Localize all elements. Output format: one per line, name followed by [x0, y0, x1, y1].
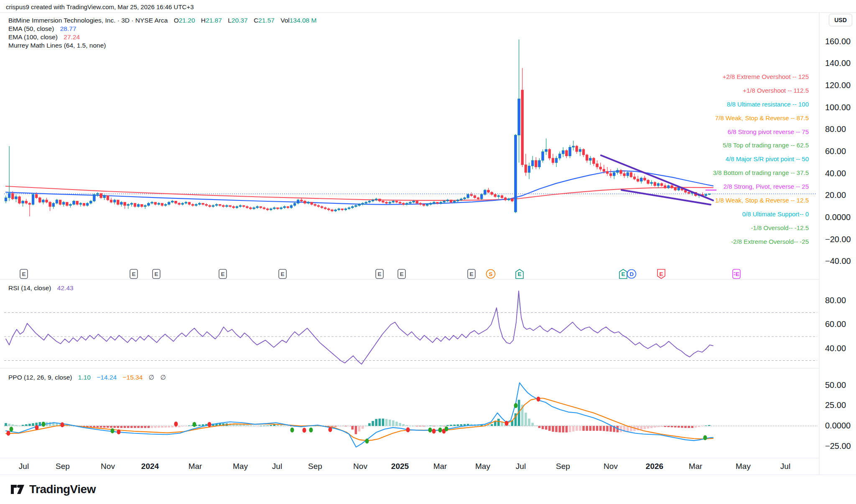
- ppo-cross-dot: [428, 428, 432, 433]
- symbol-title: BitMine Immersion Technologies, Inc. · 3…: [8, 17, 168, 24]
- svg-text:E: E: [736, 271, 739, 277]
- ppo-signal-value: −15.34: [122, 374, 143, 381]
- open-value: 21.20: [179, 17, 195, 24]
- ppo-cross-dot: [174, 422, 178, 427]
- symbol-legend-row[interactable]: BitMine Immersion Technologies, Inc. · 3…: [8, 17, 316, 24]
- tradingview-logo-text: TradingView: [29, 483, 96, 496]
- ema100-legend-row[interactable]: EMA (100, close) 27.24: [8, 33, 80, 41]
- event-badge-earnings-beat[interactable]: E: [619, 269, 627, 279]
- svg-text:E: E: [400, 271, 403, 277]
- open-label: O: [174, 17, 179, 24]
- svg-text:S: S: [489, 271, 492, 277]
- ppo-cross-dot: [303, 428, 306, 433]
- svg-text:E: E: [154, 271, 158, 277]
- volume-value: 134.08 M: [290, 17, 317, 24]
- svg-text:E: E: [469, 271, 473, 277]
- ppo-cross-dot: [329, 427, 332, 432]
- ema50-legend-row[interactable]: EMA (50, close) 28.77: [8, 25, 76, 33]
- svg-text:D: D: [629, 271, 634, 277]
- ppo-cross-dot: [193, 422, 196, 427]
- ppo-cross-dot: [208, 422, 211, 427]
- ppo-cross-dot: [35, 425, 39, 430]
- event-badge-earnings-miss[interactable]: E: [657, 269, 665, 279]
- event-badge-earnings[interactable]: E: [468, 269, 475, 279]
- svg-text:E: E: [517, 271, 521, 277]
- rsi-line: [6, 291, 713, 364]
- ppo-cross-dot: [117, 429, 121, 434]
- svg-text:E: E: [377, 271, 381, 277]
- event-badge-earnings[interactable]: E: [20, 269, 28, 279]
- ppo-signal-line: [6, 398, 713, 441]
- low-label: L: [228, 17, 232, 24]
- rsi-value: 42.43: [57, 284, 74, 291]
- ema100-label: EMA (100, close): [8, 33, 58, 41]
- rsi-label: RSI (14, close): [8, 284, 51, 291]
- event-badge-earnings-beat[interactable]: E: [516, 269, 523, 279]
- event-badge-earnings[interactable]: E: [376, 269, 383, 279]
- ema100-value: 27.24: [64, 33, 80, 41]
- event-badge-earnings[interactable]: E: [398, 269, 405, 279]
- ppo-empty-icon-2: ∅: [160, 374, 166, 381]
- murrey-label: Murrey Math Lines (64, 1.5, none): [8, 42, 106, 49]
- trend-line[interactable]: [601, 155, 713, 200]
- event-badge-earnings[interactable]: E: [219, 269, 227, 279]
- ppo-cross-dot: [505, 421, 509, 426]
- event-badge-dividend[interactable]: D: [627, 270, 636, 279]
- event-badge-split[interactable]: S: [487, 270, 495, 279]
- ppo-cross-dot: [309, 428, 313, 433]
- rsi-legend-row[interactable]: RSI (14, close) 42.43: [8, 284, 74, 292]
- ppo-cross-dot: [438, 428, 442, 433]
- ema100-line: [6, 186, 713, 200]
- tradingview-logo-icon: [10, 483, 25, 496]
- ppo-legend-row[interactable]: PPO (12, 26, 9, close) 1.10 −14.24 −15.3…: [8, 374, 166, 381]
- currency-button[interactable]: USD: [829, 14, 852, 26]
- ppo-line-value: −14.24: [97, 374, 117, 381]
- high-value: 21.87: [206, 17, 222, 24]
- svg-text:E: E: [221, 271, 224, 277]
- event-badge-earnings-estimate[interactable]: E: [733, 269, 740, 279]
- close-value: 21.57: [258, 17, 275, 24]
- ppo-cross-dot: [703, 435, 707, 440]
- volume-label: Vol: [280, 17, 290, 24]
- murrey-legend-row[interactable]: Murrey Math Lines (64, 1.5, none): [8, 42, 106, 49]
- ppo-cross-dot: [365, 438, 369, 443]
- ppo-hist-value: 1.10: [78, 374, 91, 381]
- ppo-line: [6, 383, 713, 447]
- svg-text:E: E: [132, 271, 135, 277]
- trend-line[interactable]: [622, 190, 711, 205]
- low-value: 20.37: [232, 17, 248, 24]
- tradingview-chart-page: crispus9 created with TradingView.com, M…: [0, 0, 856, 504]
- tradingview-logo[interactable]: TradingView: [10, 483, 96, 496]
- ppo-cross-dot: [445, 426, 448, 431]
- chart-canvas[interactable]: EEEEEEEESEEDEE: [0, 0, 856, 504]
- ppo-cross-dot: [406, 427, 410, 432]
- ema50-label: EMA (50, close): [8, 25, 54, 32]
- ppo-cross-dot: [7, 431, 10, 436]
- close-label: C: [254, 17, 258, 24]
- ppo-cross-dot: [10, 427, 13, 432]
- svg-text:E: E: [621, 271, 625, 277]
- event-badge-earnings[interactable]: E: [153, 269, 160, 279]
- ppo-cross-dot: [432, 428, 436, 433]
- ppo-cross-dot: [514, 403, 518, 408]
- ppo-cross-dot: [537, 397, 540, 402]
- ppo-cross-dot: [42, 422, 46, 427]
- svg-text:E: E: [280, 271, 284, 277]
- event-badge-earnings[interactable]: E: [130, 269, 138, 279]
- ppo-label: PPO (12, 26, 9, close): [8, 374, 72, 381]
- ema50-value: 28.77: [60, 25, 76, 32]
- ppo-empty-icon-1: ∅: [149, 374, 155, 381]
- event-badge-earnings[interactable]: E: [279, 269, 286, 279]
- ppo-cross-dot: [290, 428, 294, 433]
- svg-text:E: E: [659, 271, 663, 277]
- svg-text:E: E: [22, 271, 25, 277]
- high-label: H: [201, 17, 206, 24]
- ppo-cross-dot: [111, 428, 115, 433]
- ppo-cross-dot: [61, 422, 64, 427]
